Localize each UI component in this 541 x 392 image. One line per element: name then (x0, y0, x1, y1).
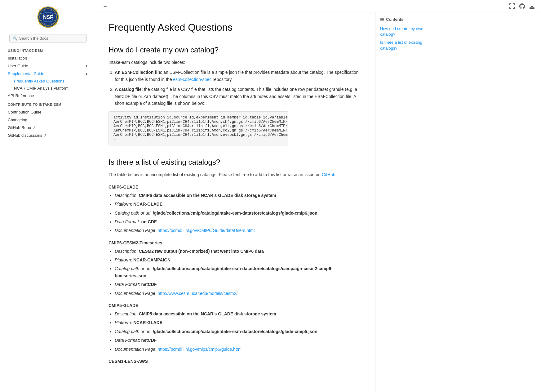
catalog-pieces-list: An ESM-Collection file: an ESM-Collectio… (109, 69, 363, 107)
catalog-list-cmip6-cesm2: Description: CESM2 raw output (non-cmori… (109, 248, 363, 297)
toc-title-text: Contents (386, 17, 403, 22)
toc-item-2[interactable]: Is there a list of existing catalogs? (380, 38, 439, 52)
top-strip: ← (96, 0, 541, 12)
sidebar-item-ncar-cmip[interactable]: NCAR CMIP Analysis Platform (12, 85, 90, 92)
svg-line-12 (56, 9, 57, 11)
sidebar-item-label-user-guide: User Guide (8, 64, 28, 68)
toc-title: Contents (380, 17, 439, 22)
list-item-1: An ESM-Collection file: an ESM-Collectio… (115, 69, 363, 83)
chevron-down-icon: ▲ (85, 72, 88, 75)
toc-item-1[interactable]: How do I create my own catalog? (380, 25, 439, 38)
list-item: Platform: NCAR-CAMPAIGN (115, 256, 363, 263)
search-icon: 🔍 (13, 36, 17, 41)
github-link[interactable]: GitHub (322, 172, 335, 177)
search-box[interactable]: 🔍 (9, 34, 87, 42)
nav-section-title-using: USING INTAKE-ESM (6, 49, 90, 52)
contents-icon (380, 17, 384, 22)
sidebar-item-github-repo[interactable]: GitHub Repo ↗ (6, 124, 90, 131)
top-icons (509, 3, 535, 9)
list-item: Documentation Page: http://www.cesm.ucar… (115, 290, 363, 297)
list-item: Catalog path or url: /glade/collections/… (115, 328, 363, 335)
catalog-title-cmip6-cesm2: CMIP6-CESM2-Timeseries (109, 240, 363, 245)
github-button[interactable] (519, 3, 525, 9)
svg-line-11 (39, 9, 40, 11)
toc: Contents How do I create my own catalog?… (375, 12, 443, 392)
nav-sub-supplemental: Frequently Asked Questions NCAR CMIP Ana… (6, 78, 90, 92)
search-input[interactable] (19, 36, 83, 41)
sidebar-item-github-discussions[interactable]: GitHub discussions ↗ (6, 131, 90, 139)
svg-text:NSF: NSF (43, 15, 53, 20)
list-item: Description: CESM2 raw output (non-cmori… (115, 248, 363, 255)
section-intro-1: Intake-esm catalogs include two pieces: (109, 59, 363, 66)
list-item: Platform: NCAR-GLADE (115, 201, 363, 207)
download-button[interactable] (529, 3, 535, 9)
esm-collection-bold: An ESM-Collection file (115, 70, 161, 75)
list-item: Description: CMIP5 data accessible on th… (115, 310, 363, 317)
sidebar-item-installation[interactable]: Installation (6, 54, 90, 62)
sidebar: NSF 🔍 USING INTAKE-ESM Install (0, 0, 96, 392)
nav-section-using: USING INTAKE-ESM Installation User Guide… (0, 49, 96, 100)
doc-link-cmip5-glade[interactable]: https://pcmdi.llnl.gov/mips/cmip5/guide.… (158, 347, 242, 352)
chevron-right-icon: ▼ (85, 64, 88, 68)
fullscreen-icon (509, 3, 515, 9)
list-item: Documentation Page: https://pcmdi.llnl.g… (115, 346, 363, 353)
section-heading-2: Is there a list of existing catalogs? (109, 158, 363, 167)
page-title: Frequently Asked Questions (109, 22, 363, 33)
catalog-file-bold: A catalog file (115, 87, 142, 92)
catalog-list-cmip5-glade: Description: CMIP5 data accessible on th… (109, 310, 363, 353)
list-item: Catalog path or url: /glade/collections/… (115, 210, 363, 216)
section-heading-1: How do I create my own catalog? (109, 46, 363, 54)
doc-link-cmip6-glade[interactable]: https://pcmdi.llnl.gov/CMIP6/Guide/dataU… (158, 228, 255, 233)
fullscreen-button[interactable] (509, 3, 515, 9)
sidebar-item-changelog[interactable]: Changelog (6, 116, 90, 124)
catalog-list-cmip6-glade: Description: CMIP6 data accessible on th… (109, 192, 363, 234)
list-item: Documentation Page: https://pcmdi.llnl.g… (115, 227, 363, 234)
main-content: Frequently Asked Questions How do I crea… (96, 12, 375, 392)
doc-link-cmip6-cesm2[interactable]: http://www.cesm.ucar.edu/models/cesm2/ (158, 291, 238, 296)
back-button[interactable]: ← (102, 2, 109, 10)
list-item-2: A catalog file: the catalog file is a CS… (115, 86, 363, 107)
download-icon (529, 3, 535, 9)
list-item: Platform: NCAR-GLADE (115, 319, 363, 326)
logo-area: NSF (37, 6, 59, 28)
list-item: Data Format: netCDF (115, 218, 363, 225)
svg-line-14 (56, 23, 57, 25)
section-intro-2: The table below is an incomplete list of… (109, 171, 363, 178)
catalog-title-cmip6-glade: CMIP6-GLADE (109, 185, 363, 189)
code-block: activity_id,institution_id,source_id,exp… (109, 111, 288, 145)
sidebar-item-supplemental[interactable]: Supplemental Guide ▲ (6, 70, 90, 78)
nav-section-contribute: CONTRIBUTE TO INTAKE-ESM Contribution Gu… (0, 103, 96, 139)
nsf-logo: NSF (37, 6, 59, 28)
sidebar-item-contribution-guide[interactable]: Contribution Guide (6, 108, 90, 116)
body-area: Frequently Asked Questions How do I crea… (96, 12, 541, 392)
list-item: Description: CMIP6 data accessible on th… (115, 192, 363, 199)
sidebar-item-user-guide[interactable]: User Guide ▼ (6, 62, 90, 70)
sidebar-item-api-reference[interactable]: API Reference (6, 92, 90, 100)
esm-collection-spec-link[interactable]: esm-collection-spec (173, 77, 211, 82)
svg-line-13 (39, 23, 40, 25)
catalog-title-cesm1-lens-aws: CESM1-LENS-AWS (109, 359, 363, 364)
catalog-title-cmip5-glade: CMIP5-GLADE (109, 303, 363, 308)
github-icon (519, 3, 525, 9)
sidebar-item-label-supplemental: Supplemental Guide (8, 71, 44, 76)
list-item: Data Format: netCDF (115, 281, 363, 288)
list-item: Data Format: netCDF (115, 337, 363, 344)
list-item: Catalog path or url: /glade/collections/… (115, 265, 363, 279)
nav-section-title-contribute: CONTRIBUTE TO INTAKE-ESM (6, 103, 90, 106)
sidebar-item-faq[interactable]: Frequently Asked Questions (12, 78, 90, 85)
